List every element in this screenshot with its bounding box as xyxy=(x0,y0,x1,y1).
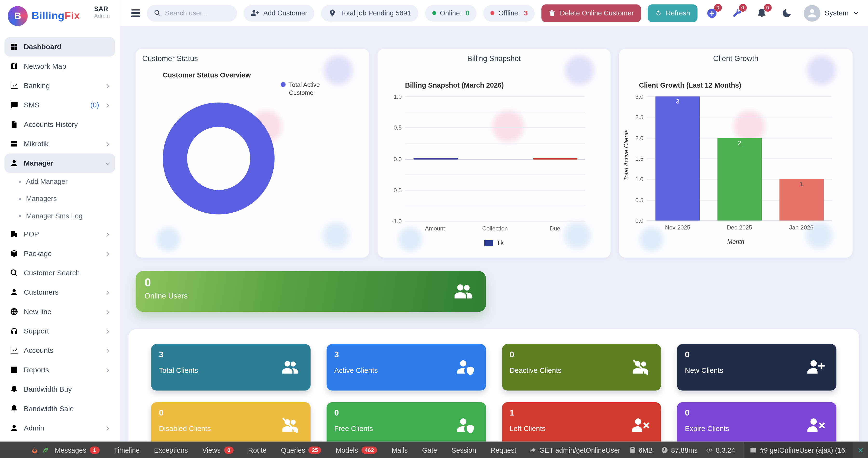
add-badge: 0 xyxy=(714,4,722,11)
bar[interactable]: 2 xyxy=(717,138,762,221)
online-count[interactable]: Online: 0 xyxy=(425,5,477,22)
tools-button[interactable]: 0 xyxy=(729,5,744,21)
sidebar-item-support[interactable]: Support xyxy=(4,321,115,341)
stat-value: 0 xyxy=(334,408,478,417)
trash-icon xyxy=(549,9,556,17)
debugbar-close-button[interactable] xyxy=(852,442,868,458)
sidebar-item-bandwidth-buy[interactable]: Bandwidth Buy xyxy=(4,379,115,399)
sidebar-subitem-managers[interactable]: Managers xyxy=(4,190,115,207)
main-content: Customer Status Customer Status Overview… xyxy=(120,27,868,441)
sidebar-item-customers[interactable]: Customers xyxy=(4,283,115,302)
sidebar-item-sms[interactable]: SMS(0) xyxy=(4,95,115,115)
stat-card-new-clients[interactable]: 0New Clients xyxy=(677,344,836,391)
debugbar-tab-messages[interactable]: Messages1 xyxy=(55,446,99,454)
sidebar-item-accounts-history[interactable]: Accounts History xyxy=(4,115,115,134)
sidebar-item-pop[interactable]: POP xyxy=(4,224,115,244)
debugbar-tab-models[interactable]: Models462 xyxy=(336,446,377,454)
offline-count[interactable]: Offline: 3 xyxy=(484,5,535,22)
sidebar-subitem-manager-sms-log[interactable]: Manager Sms Log xyxy=(4,207,115,224)
person-icon xyxy=(10,159,18,167)
add-quick-button[interactable]: 0 xyxy=(704,5,719,21)
brand-logo-icon[interactable]: B xyxy=(8,6,28,26)
sidebar-subitem-add-manager[interactable]: Add Manager xyxy=(4,173,115,190)
donut-chart[interactable] xyxy=(163,103,275,214)
delete-online-customer-button[interactable]: Delete Online Customer xyxy=(541,4,641,22)
y-tick-label: 1.5 xyxy=(625,155,644,162)
chevron-right-icon xyxy=(105,251,111,257)
chart-title: Client Growth (Last 12 Months) xyxy=(639,81,741,89)
stat-card-free-clients[interactable]: 0Free Clients xyxy=(327,402,486,441)
stat-card-expire-clients[interactable]: 0Expire Clients xyxy=(677,402,836,441)
online-users-card[interactable]: 0 Online Users xyxy=(135,271,486,312)
debugbar-tab-timeline[interactable]: Timeline xyxy=(114,446,140,454)
debugbar-ajax-label: #9 getOnlineUser (ajax) (16: xyxy=(760,446,847,454)
debugbar-tab-mails[interactable]: Mails xyxy=(392,446,408,454)
total-job-label: Total job Pending 5691 xyxy=(341,9,411,17)
bar[interactable]: 1 xyxy=(779,179,824,220)
debugbar-tab-queries[interactable]: Queries25 xyxy=(281,446,321,454)
y-tick-label: 0.0 xyxy=(383,155,402,162)
sidebar-item-label: Dashboard xyxy=(24,43,111,51)
notifications-button[interactable]: 0 xyxy=(754,5,769,21)
bar-slot: 3 xyxy=(647,96,708,220)
total-job-pending[interactable]: Total job Pending 5691 xyxy=(321,5,418,22)
stat-card-disabled-clients[interactable]: 0Disabled Clients xyxy=(151,402,311,441)
sidebar-item-customer-search[interactable]: Customer Search xyxy=(4,263,115,283)
debugbar-tab-views[interactable]: Views0 xyxy=(202,446,234,454)
debugbar-memory[interactable]: 6MB xyxy=(628,446,653,454)
debugbar-tab-label: Views xyxy=(202,446,221,454)
offline-value: 3 xyxy=(524,9,528,17)
chevron-right-icon xyxy=(105,328,111,334)
online-dot-icon xyxy=(432,11,436,15)
search-input[interactable] xyxy=(165,9,230,17)
profile-role: Admin xyxy=(94,13,115,19)
debugbar-time[interactable]: 87.88ms xyxy=(661,446,698,454)
offline-dot-icon xyxy=(490,11,494,15)
dark-mode-toggle[interactable] xyxy=(779,5,794,21)
sidebar-item-label: Manager xyxy=(24,159,99,167)
debugbar-tab-session[interactable]: Session xyxy=(452,446,476,454)
user-menu-label: System xyxy=(825,9,849,17)
bar[interactable]: 3 xyxy=(656,96,700,220)
gridline xyxy=(405,96,585,97)
debugbar-tab-label: Mails xyxy=(392,446,408,454)
sidebar-item-banking[interactable]: Banking xyxy=(4,76,115,95)
debugbar-tab-gate[interactable]: Gate xyxy=(422,446,437,454)
debugbar-status-icon[interactable] xyxy=(42,447,49,454)
stat-card-total-clients[interactable]: 3Total Clients xyxy=(151,344,311,391)
debugbar-logo-icon[interactable] xyxy=(31,447,38,454)
stat-card-left-clients[interactable]: 1Left Clients xyxy=(502,402,661,441)
growth-x-axis: Nov-2025Dec-2025Jan-2026 xyxy=(647,224,832,231)
refresh-button[interactable]: Refresh xyxy=(648,4,697,22)
top-bar: Add Customer Total job Pending 5691 Onli… xyxy=(120,0,868,27)
bar[interactable] xyxy=(533,158,578,159)
sidebar-item-admin[interactable]: Admin xyxy=(4,418,115,437)
sidebar-item-network-map[interactable]: Network Map xyxy=(4,56,115,76)
sidebar-item-manager[interactable]: Manager xyxy=(4,153,115,173)
sidebar-item-mikrotik[interactable]: Mikrotik xyxy=(4,134,115,153)
notifications-badge: 0 xyxy=(764,4,772,11)
hamburger-menu-icon[interactable] xyxy=(131,9,140,17)
debugbar-ajax-request[interactable]: #9 getOnlineUser (ajax) (16: xyxy=(743,442,852,458)
debugbar-php-version[interactable]: 8.3.24 xyxy=(706,446,735,454)
gridline xyxy=(405,143,585,144)
sidebar-item-reports[interactable]: Reports xyxy=(4,360,115,379)
billing-snapshot-card: Billing Snapshot Billing Snapshot (March… xyxy=(377,49,611,258)
sidebar-item-dashboard[interactable]: Dashboard xyxy=(4,37,115,56)
add-customer-button[interactable]: Add Customer xyxy=(244,5,315,22)
sidebar-item-bandwidth-sale[interactable]: Bandwidth Sale xyxy=(4,399,115,418)
chart-icon xyxy=(10,346,18,354)
sidebar-item-accounts[interactable]: Accounts xyxy=(4,341,115,360)
sidebar-item-package[interactable]: Package xyxy=(4,244,115,263)
debugbar-request[interactable]: GET admin/getOnlineUser xyxy=(529,446,620,454)
debugbar-tab-route[interactable]: Route xyxy=(248,446,267,454)
report-icon xyxy=(10,366,18,374)
sidebar-item-new-line[interactable]: New line xyxy=(4,302,115,321)
bar[interactable] xyxy=(413,158,458,159)
debugbar-tab-request[interactable]: Request xyxy=(491,446,517,454)
stat-card-active-clients[interactable]: 3Active Clients xyxy=(327,344,486,391)
share-icon xyxy=(529,447,536,454)
stat-card-deactive-clients[interactable]: 0Deactive Clients xyxy=(502,344,661,391)
debugbar-tab-exceptions[interactable]: Exceptions xyxy=(154,446,188,454)
user-menu[interactable]: System xyxy=(804,5,859,22)
